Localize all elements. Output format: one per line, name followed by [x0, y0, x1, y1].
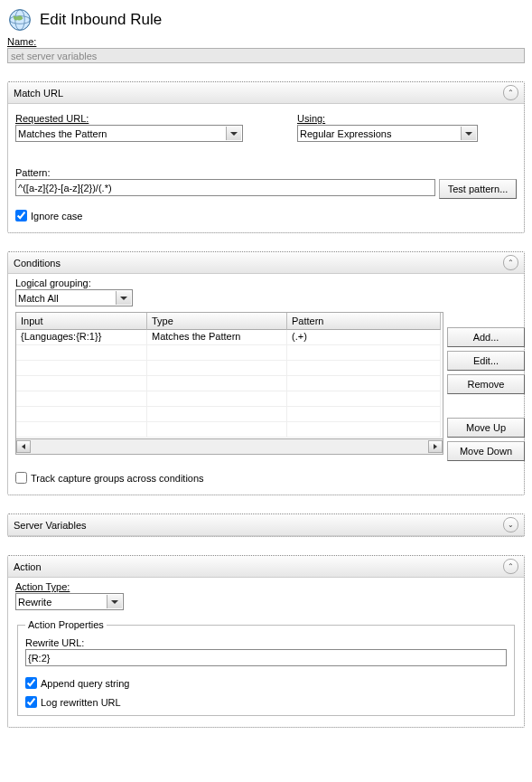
action-properties-group: Action Properties Rewrite URL: Append qu… — [17, 619, 515, 716]
using-select[interactable]: Regular Expressions — [297, 125, 478, 142]
globe-icon — [7, 7, 33, 33]
pattern-label: Pattern: — [15, 167, 517, 178]
section-title-action: Action — [14, 561, 42, 572]
collapse-button[interactable]: ⌃ — [503, 559, 518, 574]
collapse-button[interactable]: ⌃ — [503, 85, 518, 100]
chevron-up-icon: ⌃ — [508, 259, 514, 267]
action-type-label: Action Type: — [15, 581, 124, 592]
rewrite-url-label: Rewrite URL: — [25, 637, 507, 648]
action-type-value: Rewrite — [18, 597, 51, 608]
name-label: Name: — [7, 36, 525, 47]
append-qs-label: Append query string — [41, 678, 129, 689]
add-button[interactable]: Add... — [447, 327, 525, 347]
section-title-server-vars: Server Variables — [14, 520, 87, 531]
chevron-down-icon: ⌄ — [508, 522, 514, 529]
dropdown-arrow-icon — [107, 595, 122, 608]
col-header-pattern[interactable]: Pattern — [287, 313, 441, 330]
name-input[interactable] — [7, 48, 525, 63]
rewrite-url-input[interactable] — [25, 649, 507, 666]
expand-button[interactable]: ⌄ — [503, 517, 518, 532]
requested-url-value: Matches the Pattern — [18, 128, 107, 139]
log-rewritten-label: Log rewritten URL — [41, 697, 121, 708]
ignore-case-checkbox[interactable] — [15, 210, 27, 221]
scroll-left-icon[interactable] — [16, 440, 31, 453]
conditions-section: Conditions ⌃ Logical grouping: Match All… — [7, 251, 525, 495]
table-row — [16, 345, 443, 361]
match-url-section: Match URL ⌃ Requested URL: Matches the P… — [7, 81, 525, 233]
page-title: Edit Inbound Rule — [40, 11, 162, 29]
collapse-button[interactable]: ⌃ — [503, 255, 518, 270]
requested-url-select[interactable]: Matches the Pattern — [15, 125, 243, 142]
remove-button[interactable]: Remove — [447, 374, 525, 394]
section-title-conditions: Conditions — [14, 258, 61, 269]
action-section: Action ⌃ Action Type: Rewrite Action Pro… — [7, 555, 525, 728]
test-pattern-button[interactable]: Test pattern... — [439, 179, 517, 199]
logical-grouping-value: Match All — [18, 293, 59, 304]
col-header-type[interactable]: Type — [147, 313, 287, 330]
log-rewritten-checkbox[interactable] — [25, 696, 37, 708]
cell-type: Matches the Pattern — [147, 330, 287, 345]
cell-pattern: (.+) — [287, 330, 441, 345]
track-capture-label: Track capture groups across conditions — [31, 473, 204, 484]
logical-grouping-select[interactable]: Match All — [15, 289, 133, 306]
track-capture-checkbox[interactable] — [15, 472, 27, 484]
action-properties-legend: Action Properties — [25, 619, 107, 630]
chevron-up-icon: ⌃ — [508, 90, 514, 97]
dropdown-arrow-icon — [461, 127, 476, 140]
move-up-button[interactable]: Move Up — [447, 418, 525, 438]
ignore-case-label: Ignore case — [31, 211, 82, 221]
cell-input: {Languages:{R:1}} — [16, 330, 147, 345]
section-title-match-url: Match URL — [14, 88, 63, 99]
table-row[interactable]: {Languages:{R:1}} Matches the Pattern (.… — [16, 330, 443, 345]
pattern-input[interactable] — [15, 179, 435, 196]
requested-url-label: Requested URL: — [15, 113, 243, 124]
action-type-select[interactable]: Rewrite — [15, 593, 124, 610]
conditions-table[interactable]: Input Type Pattern {Languages:{R:1}} Mat… — [15, 312, 443, 455]
table-row — [16, 391, 443, 407]
dropdown-arrow-icon — [226, 127, 241, 140]
table-row — [16, 361, 443, 376]
chevron-up-icon: ⌃ — [508, 563, 514, 570]
table-row — [16, 422, 443, 438]
using-label: Using: — [297, 113, 478, 124]
edit-button[interactable]: Edit... — [447, 351, 525, 371]
col-header-input[interactable]: Input — [16, 313, 147, 330]
horizontal-scrollbar[interactable] — [16, 438, 443, 454]
server-variables-section: Server Variables ⌄ — [7, 513, 525, 537]
move-down-button[interactable]: Move Down — [447, 441, 525, 461]
using-value: Regular Expressions — [300, 128, 392, 139]
table-row — [16, 376, 443, 391]
dropdown-arrow-icon — [116, 291, 131, 305]
scroll-right-icon[interactable] — [428, 440, 443, 453]
append-qs-checkbox[interactable] — [25, 677, 37, 689]
logical-grouping-label: Logical grouping: — [15, 278, 133, 288]
table-row — [16, 407, 443, 422]
